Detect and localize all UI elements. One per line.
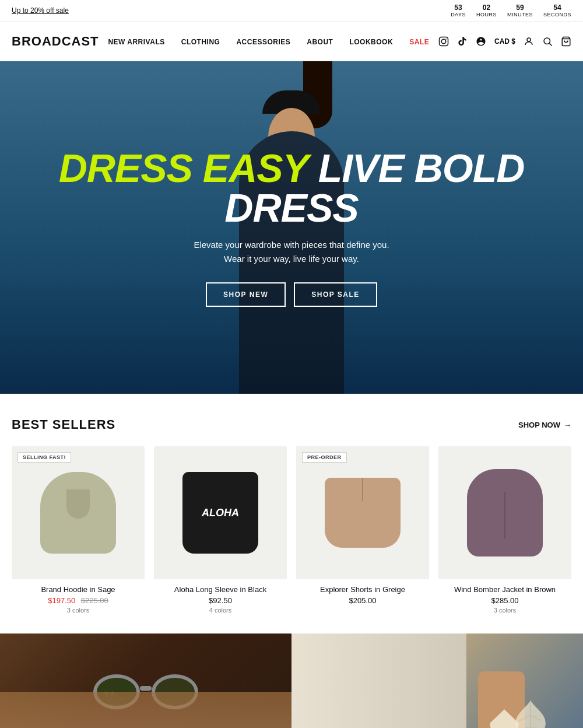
product-price: $197.50 $225.00 xyxy=(12,596,145,605)
instagram-icon[interactable] xyxy=(438,36,449,47)
jacket-image xyxy=(467,469,543,556)
editorial-left[interactable]: 🌴🌴 xyxy=(0,634,292,728)
original-price: $225.00 xyxy=(81,596,108,605)
header: BROADCAST NEW ARRIVALS CLOTHING ACCESSOR… xyxy=(0,22,583,61)
countdown-days: 53 DAYS xyxy=(451,4,466,18)
tshirt-image xyxy=(182,472,258,554)
hoodie-image xyxy=(40,472,116,554)
product-info: Brand Hoodie in Sage $197.50 $225.00 3 c… xyxy=(12,579,145,616)
product-image xyxy=(174,466,267,559)
product-price: $92.50 xyxy=(154,596,287,605)
product-image-wrap: SELLING FAST! xyxy=(12,446,145,579)
main-nav: NEW ARRIVALS CLOTHING ACCESSORIES ABOUT … xyxy=(108,36,429,47)
tiktok-icon[interactable] xyxy=(457,36,468,47)
countdown-minutes: 59 MINUTES xyxy=(507,4,533,18)
product-price: $285.00 xyxy=(438,596,571,605)
sale-announcement[interactable]: Up to 20% off sale xyxy=(12,6,69,15)
best-sellers-section: BEST SELLERS SHOP NOW → SELLING FAST! Br… xyxy=(0,394,583,634)
countdown-seconds: 54 SECONDS xyxy=(543,4,571,18)
nav-lookbook[interactable]: LOOKBOOK xyxy=(349,38,393,46)
logo[interactable]: BROADCAST xyxy=(12,34,99,49)
currency-selector[interactable]: CAD $ xyxy=(494,37,515,46)
product-name: Brand Hoodie in Sage xyxy=(12,585,145,594)
countdown: 53 DAYS 02 HOURS 59 MINUTES 54 SECONDS xyxy=(451,4,571,18)
svg-line-5 xyxy=(549,43,552,46)
editorial-images: 🌴🌴 xyxy=(0,634,583,728)
hero-subtext: Elevate your wardrobe with pieces that d… xyxy=(194,238,389,266)
section-title: BEST SELLERS xyxy=(12,417,115,432)
countdown-hours: 02 HOURS xyxy=(476,4,497,18)
header-icons: CAD $ xyxy=(438,36,571,47)
product-badge: SELLING FAST! xyxy=(17,452,71,463)
product-price: $205.00 xyxy=(296,596,429,605)
product-name: Aloha Long Sleeve in Black xyxy=(154,585,287,594)
nav-accessories[interactable]: ACCESSORIES xyxy=(236,38,290,46)
section-header: BEST SELLERS SHOP NOW → xyxy=(12,417,571,432)
threads-icon[interactable] xyxy=(476,36,486,47)
sg-bridge xyxy=(140,686,152,691)
product-colors: 4 colors xyxy=(154,607,287,614)
svg-rect-0 xyxy=(439,37,448,46)
products-grid: SELLING FAST! Brand Hoodie in Sage $197.… xyxy=(12,446,571,616)
product-info: Wind Bomber Jacket in Brown $285.00 3 co… xyxy=(438,579,571,616)
user-icon[interactable] xyxy=(524,36,534,47)
shop-new-button[interactable]: SHOP NEW xyxy=(206,282,286,307)
product-card[interactable]: PRE-ORDER Explorer Shorts in Greige $205… xyxy=(296,446,429,616)
hero-section: DRESS EASY LIVE BOLD DRESS Elevate your … xyxy=(0,61,583,394)
product-card[interactable]: Aloha Long Sleeve in Black $92.50 4 colo… xyxy=(154,446,287,616)
hero-overlay: DRESS EASY LIVE BOLD DRESS Elevate your … xyxy=(0,61,583,394)
product-info: Aloha Long Sleeve in Black $92.50 4 colo… xyxy=(154,579,287,616)
product-colors: 3 colors xyxy=(12,607,145,614)
sale-price: $197.50 xyxy=(48,596,75,605)
hero-headline: DRESS EASY LIVE BOLD DRESS xyxy=(0,148,583,228)
product-image xyxy=(458,466,552,559)
search-icon[interactable] xyxy=(542,36,553,47)
arrow-right-icon: → xyxy=(564,421,571,429)
nav-sale[interactable]: SALE xyxy=(409,38,429,46)
product-name: Wind Bomber Jacket in Brown xyxy=(438,585,571,594)
shorts-image xyxy=(325,478,401,548)
product-image-wrap: PRE-ORDER xyxy=(296,446,429,579)
svg-point-3 xyxy=(527,38,531,41)
cart-icon[interactable] xyxy=(561,36,571,47)
hero-buttons: SHOP NEW SHOP SALE xyxy=(206,282,377,307)
shop-sale-button[interactable]: SHOP SALE xyxy=(294,282,377,307)
product-image-wrap xyxy=(154,446,287,579)
product-name: Explorer Shorts in Greige xyxy=(296,585,429,594)
nav-new-arrivals[interactable]: NEW ARRIVALS xyxy=(108,38,164,46)
editorial-right[interactable] xyxy=(292,634,583,728)
product-card[interactable]: Wind Bomber Jacket in Brown $285.00 3 co… xyxy=(438,446,571,616)
shop-now-link[interactable]: SHOP NOW → xyxy=(518,421,571,429)
product-image xyxy=(316,466,409,559)
svg-point-4 xyxy=(544,38,550,44)
product-badge: PRE-ORDER xyxy=(302,452,347,463)
nav-about[interactable]: ABOUT xyxy=(307,38,333,46)
svg-point-1 xyxy=(441,39,446,44)
product-info: Explorer Shorts in Greige $205.00 xyxy=(296,579,429,607)
hero-headline-green: DRESS EASY xyxy=(59,146,308,190)
product-image-wrap xyxy=(438,446,571,579)
product-image xyxy=(31,466,125,559)
top-bar: Up to 20% off sale 53 DAYS 02 HOURS 59 M… xyxy=(0,0,583,22)
product-colors: 3 colors xyxy=(438,607,571,614)
product-card[interactable]: SELLING FAST! Brand Hoodie in Sage $197.… xyxy=(12,446,145,616)
nav-clothing[interactable]: CLOTHING xyxy=(181,38,220,46)
svg-point-2 xyxy=(445,38,447,40)
